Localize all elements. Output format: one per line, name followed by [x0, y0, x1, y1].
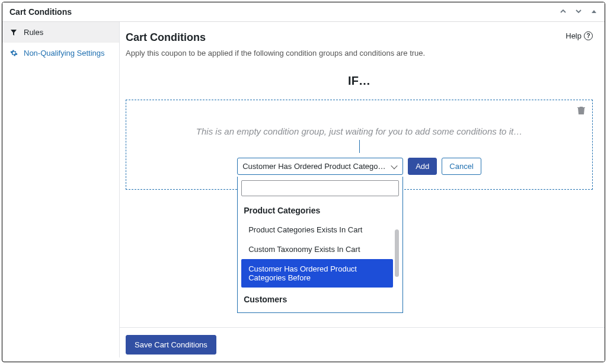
- panel-controls: [560, 8, 598, 17]
- text-cursor-indicator: [359, 140, 360, 153]
- condition-type-select-wrap: Customer Has Ordered Product Categorie… …: [237, 158, 403, 175]
- page-title: Cart Conditions: [126, 31, 206, 44]
- sidebar-item-label: Non-Qualifying Settings: [24, 49, 105, 58]
- panel-container: Cart Conditions Rules: [2, 2, 605, 362]
- page-subtitle: Apply this coupon to be applied if the f…: [126, 49, 593, 58]
- dropdown-option[interactable]: Custom Taxonomy Exists In Cart: [241, 240, 393, 259]
- condition-type-dropdown: Product Categories Product Categories Ex…: [237, 177, 403, 313]
- collapse-triangle-icon[interactable]: [590, 8, 598, 17]
- save-bar: Save Cart Conditions: [120, 327, 605, 362]
- if-heading: IF…: [126, 74, 593, 88]
- filter-icon: [9, 29, 18, 36]
- main-header-row: Cart Conditions Help ?: [126, 31, 593, 49]
- condition-controls-row: Customer Has Ordered Product Categorie… …: [140, 158, 578, 175]
- condition-group: This is an empty condition group, just w…: [126, 100, 593, 190]
- dropdown-scrollbar[interactable]: [395, 220, 399, 305]
- trash-icon[interactable]: [577, 106, 585, 117]
- empty-group-message: This is an empty condition group, just w…: [140, 126, 578, 136]
- condition-type-select[interactable]: Customer Has Ordered Product Categorie…: [237, 158, 403, 175]
- dropdown-group-label: Product Categories: [241, 202, 393, 220]
- help-label: Help: [566, 31, 582, 40]
- dropdown-list: Product Categories Product Categories Ex…: [241, 202, 399, 309]
- chevron-up-icon[interactable]: [560, 8, 567, 17]
- add-button[interactable]: Add: [408, 158, 437, 175]
- panel-title: Cart Conditions: [9, 7, 72, 17]
- panel-header: Cart Conditions: [2, 2, 605, 22]
- gear-icon: [9, 49, 18, 57]
- dropdown-scrollbar-thumb[interactable]: [395, 229, 399, 277]
- sidebar-item-rules[interactable]: Rules: [2, 22, 119, 43]
- save-cart-conditions-button[interactable]: Save Cart Conditions: [126, 335, 216, 355]
- sidebar-item-label: Rules: [24, 28, 43, 37]
- help-link[interactable]: Help ?: [566, 31, 593, 40]
- sidebar-item-non-qualifying[interactable]: Non-Qualifying Settings: [2, 43, 119, 63]
- sidebar: Rules Non-Qualifying Settings: [2, 22, 120, 357]
- cancel-button[interactable]: Cancel: [442, 158, 481, 175]
- panel-body: Rules Non-Qualifying Settings Cart Condi…: [2, 22, 605, 357]
- dropdown-search-input[interactable]: [241, 180, 399, 196]
- chevron-down-icon[interactable]: [575, 8, 582, 17]
- main-content: Cart Conditions Help ? Apply this coupon…: [120, 22, 605, 357]
- dropdown-group-label: Customers: [241, 291, 393, 309]
- dropdown-option-selected[interactable]: Customer Has Ordered Product Categories …: [241, 259, 393, 288]
- help-icon: ?: [584, 31, 593, 40]
- dropdown-option[interactable]: Product Categories Exists In Cart: [241, 220, 393, 240]
